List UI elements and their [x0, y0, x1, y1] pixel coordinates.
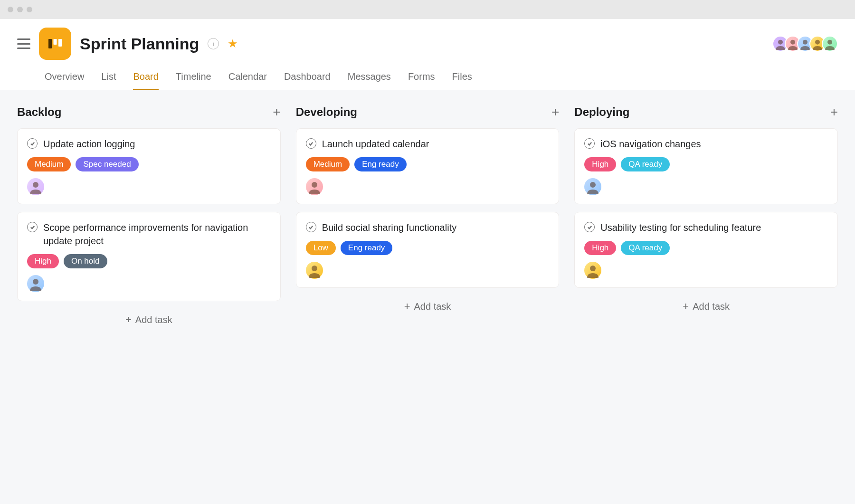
tab-timeline[interactable]: Timeline [176, 71, 211, 90]
card-title: iOS navigation changes [600, 137, 701, 151]
tag[interactable]: On hold [64, 254, 107, 268]
svg-point-7 [827, 40, 832, 45]
info-icon[interactable]: i [208, 38, 219, 49]
svg-point-13 [590, 266, 596, 271]
task-card[interactable]: Scope performance improvements for navig… [17, 212, 281, 301]
task-card[interactable]: Build social sharing functionalityLowEng… [296, 212, 560, 288]
column-title: Deploying [574, 105, 629, 119]
add-task-button[interactable]: +Add task [574, 295, 838, 317]
star-icon[interactable]: ★ [228, 37, 238, 50]
svg-point-10 [312, 182, 317, 188]
column-backlog: Backlog+Update action loggingMediumSpec … [17, 105, 281, 331]
tag[interactable]: Eng ready [354, 157, 407, 171]
tab-board[interactable]: Board [133, 71, 158, 90]
board-glyph-icon [47, 35, 64, 52]
card-title-row: Launch updated calendar [306, 137, 550, 151]
project-members[interactable] [772, 36, 838, 52]
svg-point-8 [33, 182, 38, 188]
add-card-icon[interactable]: + [830, 105, 838, 120]
window-chrome [0, 0, 855, 19]
hamburger-menu-icon[interactable] [17, 38, 30, 49]
project-title: Sprint Planning [80, 35, 199, 53]
card-title: Usability testing for scheduling feature [600, 221, 761, 234]
plus-icon: + [404, 300, 410, 313]
svg-point-3 [778, 40, 783, 45]
card-title: Scope performance improvements for navig… [43, 221, 271, 247]
tab-messages[interactable]: Messages [348, 71, 391, 90]
add-task-label: Add task [135, 314, 172, 325]
add-task-label: Add task [693, 301, 730, 312]
column-title: Backlog [17, 105, 61, 119]
svg-point-4 [790, 40, 795, 45]
tag[interactable]: Eng ready [341, 241, 393, 255]
tag[interactable]: Medium [27, 157, 71, 171]
tab-dashboard[interactable]: Dashboard [284, 71, 331, 90]
assignee-avatar[interactable] [306, 262, 323, 279]
tag[interactable]: Medium [306, 157, 350, 171]
project-icon [39, 28, 71, 60]
card-title: Launch updated calendar [322, 137, 429, 151]
header-top: Sprint Planning i ★ [17, 28, 838, 60]
card-tags: HighOn hold [27, 254, 271, 268]
view-tabs: OverviewListBoardTimelineCalendarDashboa… [17, 60, 838, 90]
card-title-row: iOS navigation changes [584, 137, 828, 151]
tag[interactable]: High [27, 254, 59, 268]
task-card[interactable]: iOS navigation changesHighQA ready [574, 128, 838, 204]
complete-check-icon[interactable] [306, 138, 316, 149]
card-title-row: Update action logging [27, 137, 271, 151]
plus-icon: + [125, 314, 132, 326]
svg-rect-0 [48, 39, 52, 48]
add-card-icon[interactable]: + [273, 105, 280, 120]
card-title-row: Build social sharing functionality [306, 221, 550, 234]
window-dot [8, 7, 13, 12]
tag[interactable]: QA ready [621, 157, 670, 171]
svg-point-6 [815, 40, 820, 45]
svg-point-12 [590, 182, 596, 188]
complete-check-icon[interactable] [306, 222, 316, 232]
card-title: Update action logging [43, 137, 135, 151]
complete-check-icon[interactable] [27, 222, 38, 232]
member-avatar[interactable] [822, 36, 838, 52]
assignee-avatar[interactable] [584, 262, 601, 279]
task-card[interactable]: Launch updated calendarMediumEng ready [296, 128, 560, 204]
column-developing: Developing+Launch updated calendarMedium… [296, 105, 560, 331]
svg-point-5 [803, 40, 808, 45]
assignee-avatar[interactable] [584, 178, 601, 195]
svg-point-9 [33, 279, 38, 285]
complete-check-icon[interactable] [27, 138, 38, 149]
column-deploying: Deploying+iOS navigation changesHighQA r… [574, 105, 838, 331]
tab-files[interactable]: Files [452, 71, 472, 90]
plus-icon: + [683, 300, 689, 313]
tab-forms[interactable]: Forms [408, 71, 435, 90]
board: Backlog+Update action loggingMediumSpec … [0, 90, 855, 345]
tag[interactable]: QA ready [621, 241, 670, 255]
complete-check-icon[interactable] [584, 222, 595, 232]
card-title: Build social sharing functionality [322, 221, 457, 234]
tab-overview[interactable]: Overview [45, 71, 84, 90]
add-task-button[interactable]: +Add task [296, 295, 560, 317]
assignee-avatar[interactable] [27, 178, 44, 195]
column-header: Backlog+ [17, 105, 281, 120]
card-tags: LowEng ready [306, 241, 550, 255]
tag[interactable]: High [584, 157, 616, 171]
assignee-avatar[interactable] [306, 178, 323, 195]
tab-list[interactable]: List [101, 71, 116, 90]
column-header: Deploying+ [574, 105, 838, 120]
tag[interactable]: Low [306, 241, 336, 255]
tag[interactable]: High [584, 241, 616, 255]
tab-calendar[interactable]: Calendar [228, 71, 267, 90]
add-task-button[interactable]: +Add task [17, 309, 281, 331]
svg-rect-1 [54, 39, 57, 45]
svg-rect-2 [58, 39, 62, 47]
card-title-row: Usability testing for scheduling feature [584, 221, 828, 234]
card-tags: HighQA ready [584, 241, 828, 255]
task-card[interactable]: Update action loggingMediumSpec needed [17, 128, 281, 204]
card-tags: MediumEng ready [306, 157, 550, 171]
assignee-avatar[interactable] [27, 275, 44, 292]
window-dot [17, 7, 23, 12]
add-card-icon[interactable]: + [551, 105, 559, 120]
task-card[interactable]: Usability testing for scheduling feature… [574, 212, 838, 288]
complete-check-icon[interactable] [584, 138, 595, 149]
tag[interactable]: Spec needed [76, 157, 138, 171]
svg-point-11 [312, 266, 317, 271]
